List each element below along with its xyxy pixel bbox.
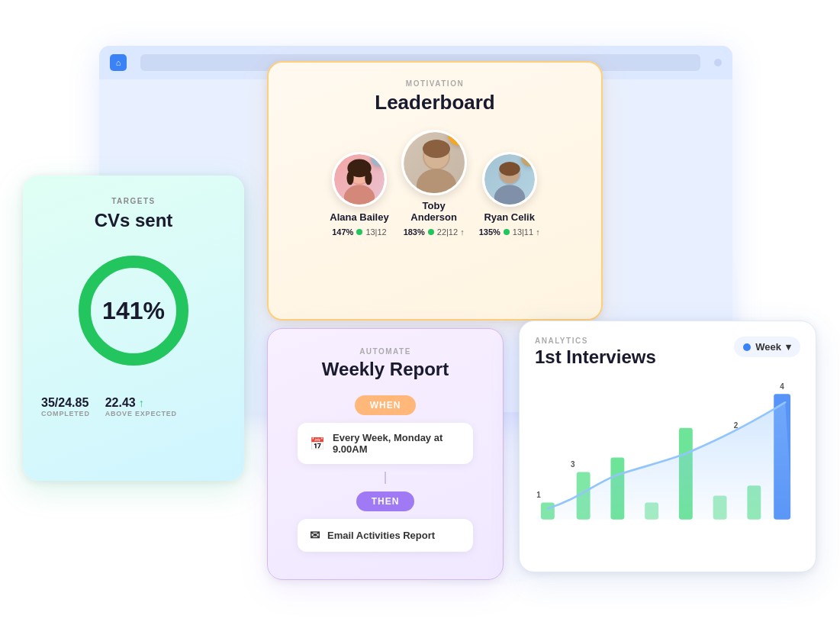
week-toggle[interactable]: Week ▾: [734, 337, 800, 357]
chart-area: 3 1 2 4: [535, 377, 800, 530]
when-item: 📅 Every Week, Monday at 9.00AM: [298, 423, 473, 464]
avatar-toby: 1: [401, 130, 467, 195]
player-name-alana: Alana Bailey: [330, 211, 388, 223]
leaderboard-card: MOTIVATION Leaderboard: [267, 61, 603, 321]
svg-point-7: [365, 171, 372, 185]
svg-point-6: [346, 171, 353, 185]
avatar-ryan: 3: [482, 152, 537, 207]
above-arrow-icon: ↑: [139, 397, 144, 409]
player-name-ryan: Ryan Celik: [484, 211, 534, 223]
then-pill: THEN: [356, 491, 415, 511]
flow-container: WHEN 📅 Every Week, Monday at 9.00AM THEN…: [286, 395, 484, 552]
green-dot-toby: [428, 229, 434, 235]
analytics-card: ANALYTICS 1st Interviews Week ▾: [519, 321, 816, 572]
flow-connector: [385, 472, 386, 484]
svg-point-11: [423, 140, 450, 158]
weekly-title: Weekly Report: [286, 359, 484, 380]
leaderboard-players: 2 Alana Bailey 147% 13|12: [290, 130, 580, 237]
email-icon: ✉: [310, 528, 320, 543]
cvs-card: TARGETS CVs sent 141% 35/24.85 COMPLETED…: [23, 176, 244, 481]
browser-dot: [714, 59, 722, 66]
cvs-stats: 35/24.85 COMPLETED 22.43 ↑ ABOVE EXPECTE…: [41, 396, 226, 417]
svg-point-3: [344, 185, 375, 205]
scene: ⌂ TARGETS CVs sent 141% 35/24.85 COMPLET…: [0, 0, 840, 638]
cvs-title: CVs sent: [95, 210, 173, 231]
chart-svg: 3 1 2 4: [535, 377, 800, 530]
cvs-donut: 141%: [72, 250, 195, 372]
player-stats-alana: 147% 13|12: [332, 227, 386, 237]
analytics-title: 1st Interviews: [535, 346, 656, 368]
player-name-toby: TobyAnderson: [410, 200, 457, 223]
svg-text:1: 1: [536, 489, 541, 499]
svg-text:2: 2: [734, 420, 739, 430]
player-stats-toby: 183% 22|12 ↑: [404, 227, 465, 237]
svg-point-9: [417, 169, 456, 195]
analytics-header: ANALYTICS 1st Interviews Week ▾: [535, 337, 800, 368]
when-pill: WHEN: [355, 395, 417, 415]
week-dot-icon: [743, 343, 751, 351]
browser-home-icon: ⌂: [110, 54, 127, 71]
player-alana: 2 Alana Bailey 147% 13|12: [330, 152, 388, 237]
cvs-completed: 35/24.85 COMPLETED: [41, 396, 90, 417]
player-stats-ryan: 135% 13|11 ↑: [479, 227, 540, 237]
rank-badge-2: 2: [371, 152, 387, 166]
then-value: Email Activities Report: [327, 530, 435, 541]
svg-text:3: 3: [571, 459, 575, 469]
player-toby: 1 TobyAnderson 183% 22|12 ↑: [401, 130, 467, 237]
green-dot-alana: [356, 229, 362, 235]
player-ryan: 3 Ryan Celik 135% 13|11 ↑: [479, 152, 540, 237]
rank-badge-3: 3: [521, 152, 537, 166]
calendar-icon: 📅: [310, 437, 325, 451]
green-dot-ryan: [504, 229, 510, 235]
leaderboard-title: Leaderboard: [290, 91, 580, 114]
leaderboard-label: MOTIVATION: [290, 79, 580, 88]
when-value: Every Week, Monday at 9.00AM: [333, 432, 461, 455]
cvs-above: 22.43 ↑ ABOVE EXPECTED: [105, 396, 177, 417]
svg-point-15: [499, 162, 520, 176]
weekly-label: AUTOMATE: [286, 347, 484, 356]
cvs-percentage: 141%: [102, 297, 165, 325]
chevron-down-icon: ▾: [786, 341, 791, 353]
then-item: ✉ Email Activities Report: [298, 519, 473, 552]
weekly-card: AUTOMATE Weekly Report WHEN 📅 Every Week…: [267, 328, 504, 580]
week-label: Week: [755, 341, 781, 353]
cvs-label: TARGETS: [111, 197, 156, 205]
analytics-label: ANALYTICS: [535, 337, 656, 345]
svg-point-13: [494, 185, 524, 205]
avatar-alana: 2: [332, 152, 387, 207]
svg-text:4: 4: [780, 381, 784, 391]
